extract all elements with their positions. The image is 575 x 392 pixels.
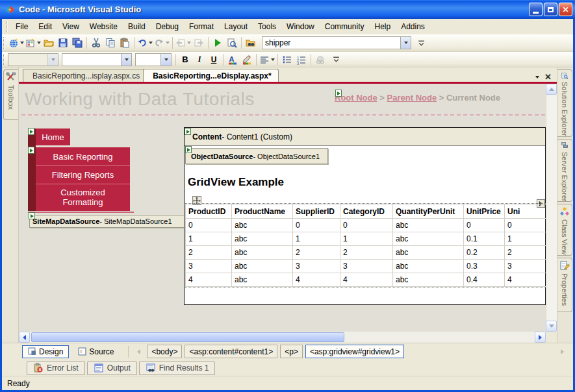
status-text: Ready bbox=[7, 379, 30, 388]
copy-button[interactable] bbox=[103, 36, 118, 50]
design-view-button[interactable]: Design bbox=[22, 345, 69, 358]
error-list-tab[interactable]: Error List bbox=[27, 361, 85, 375]
toolbar-grip[interactable] bbox=[3, 37, 5, 49]
toolbar-grip[interactable] bbox=[3, 54, 5, 64]
menu-website[interactable]: Website bbox=[84, 20, 123, 33]
scrollbar-thumb[interactable] bbox=[31, 332, 344, 342]
paste-button[interactable] bbox=[118, 36, 132, 50]
menu-format[interactable]: Format bbox=[184, 20, 219, 33]
save-button[interactable] bbox=[56, 36, 70, 50]
gridview-control[interactable]: ProductIDProductNameSupplierIDCategoryID… bbox=[185, 203, 546, 288]
numbered-list-button[interactable]: 123 bbox=[294, 53, 309, 67]
toolbox-tab[interactable]: Toolbox bbox=[3, 69, 18, 120]
tag-asp-gridview[interactable]: <asp:gridview#gridview1> bbox=[305, 345, 404, 358]
sitemapdatasource-smart-glyph[interactable] bbox=[29, 212, 35, 219]
close-document-icon[interactable]: ✕ bbox=[544, 72, 552, 82]
tab-basicreporting-aspx[interactable]: BasicReporting...eDisplay.aspx* bbox=[143, 69, 279, 82]
vertical-scrollbar[interactable] bbox=[546, 84, 557, 332]
nav-item-filtering-reports[interactable]: Filtering Reports bbox=[36, 165, 130, 184]
combo-dropdown-button[interactable] bbox=[121, 54, 131, 66]
toolbar-overflow-button[interactable] bbox=[414, 36, 428, 50]
menu-smart-glyph[interactable] bbox=[28, 128, 34, 135]
menu-build[interactable]: Build bbox=[123, 20, 151, 33]
menu-smart-glyph[interactable] bbox=[28, 147, 34, 154]
hyperlink-button[interactable] bbox=[313, 53, 327, 67]
close-button[interactable]: ✕ bbox=[559, 3, 572, 16]
tag-asp-content[interactable]: <asp:content#content1> bbox=[185, 345, 277, 358]
breadcrumb-parent-link[interactable]: Parent Node bbox=[387, 93, 437, 103]
target-rule-combo[interactable] bbox=[8, 53, 58, 66]
objectdatasource-smart-glyph[interactable] bbox=[185, 146, 192, 153]
find-results-tab[interactable]: Find Results 1 bbox=[139, 361, 216, 375]
highlight-button[interactable] bbox=[240, 53, 254, 67]
output-tab[interactable]: Output bbox=[87, 361, 137, 375]
scroll-right-button[interactable] bbox=[535, 332, 546, 343]
tab-list-dropdown-icon[interactable] bbox=[535, 76, 539, 79]
menu-layout[interactable]: Layout bbox=[219, 20, 253, 33]
font-size-combo[interactable] bbox=[135, 53, 172, 66]
bold-button[interactable]: B bbox=[178, 53, 192, 67]
content-smart-glyph[interactable] bbox=[185, 128, 191, 135]
find-combo-value[interactable]: shipper bbox=[262, 38, 400, 47]
menu-community[interactable]: Community bbox=[320, 20, 370, 33]
cut-button[interactable] bbox=[89, 36, 103, 50]
navigate-back-button[interactable] bbox=[175, 36, 192, 50]
menu-view[interactable]: View bbox=[57, 20, 84, 33]
combo-dropdown-button[interactable] bbox=[47, 54, 58, 66]
menu-help[interactable]: Help bbox=[369, 20, 396, 33]
new-website-button[interactable] bbox=[8, 36, 25, 50]
font-color-button[interactable]: A bbox=[225, 53, 240, 67]
find-button[interactable] bbox=[225, 36, 239, 50]
horizontal-scrollbar[interactable] bbox=[19, 332, 546, 343]
combo-dropdown-button[interactable] bbox=[160, 54, 171, 66]
tag-body[interactable]: <body> bbox=[147, 345, 182, 358]
minimize-button[interactable] bbox=[529, 3, 543, 16]
class-view-tab[interactable]: Class View bbox=[557, 204, 572, 256]
font-name-combo[interactable] bbox=[62, 53, 132, 66]
solution-explorer-tab[interactable]: Solution Explorer bbox=[557, 69, 572, 137]
start-debugging-button[interactable] bbox=[211, 36, 225, 50]
nav-item-basic-reporting[interactable]: Basic Reporting bbox=[36, 147, 130, 165]
nav-item-home[interactable]: Home bbox=[36, 129, 70, 145]
design-surface[interactable]: Working with Data Tutorials Root Node > … bbox=[19, 84, 546, 332]
scroll-up-button[interactable] bbox=[546, 84, 557, 95]
source-view-button[interactable]: ⌗ Source bbox=[72, 345, 120, 358]
tag-path-scroll-right[interactable] bbox=[557, 345, 567, 358]
scroll-down-button[interactable] bbox=[546, 321, 557, 332]
sitemappath-smart-glyph[interactable] bbox=[335, 90, 342, 97]
properties-tab[interactable]: Properties bbox=[557, 258, 572, 312]
menu-addins[interactable]: Addins bbox=[396, 20, 430, 33]
combo-dropdown-button[interactable] bbox=[400, 37, 411, 49]
content-placeholder-panel[interactable]: Content - Content1 (Custom) ObjectDataSo… bbox=[184, 127, 546, 305]
tag-path-scroll-left[interactable] bbox=[134, 345, 143, 358]
menu-window[interactable]: Window bbox=[281, 20, 320, 33]
scroll-left-button[interactable] bbox=[19, 332, 30, 343]
add-new-item-button[interactable] bbox=[25, 36, 42, 50]
menubar-grip[interactable] bbox=[6, 21, 8, 32]
open-file-button[interactable] bbox=[42, 36, 56, 50]
find-combo[interactable]: shipper bbox=[262, 36, 411, 49]
sitemapdatasource-control[interactable]: SiteMapDataSource - SiteMapDataSource1 bbox=[29, 215, 186, 228]
title-bar[interactable]: Code - Microsoft Visual Studio ✕ bbox=[0, 0, 575, 19]
bullet-list-button[interactable] bbox=[280, 53, 294, 67]
italic-button[interactable]: I bbox=[192, 53, 207, 67]
server-explorer-tab[interactable]: Server Explorer bbox=[557, 139, 572, 202]
menu-debug[interactable]: Debug bbox=[151, 20, 184, 33]
menu-file[interactable]: File bbox=[10, 20, 33, 33]
save-all-button[interactable] bbox=[70, 36, 84, 50]
underline-button[interactable]: U bbox=[207, 53, 221, 67]
align-button[interactable] bbox=[259, 53, 275, 67]
objectdatasource-control[interactable]: ObjectDataSource - ObjectDataSource1 bbox=[185, 148, 328, 164]
menu-tools[interactable]: Tools bbox=[253, 20, 281, 33]
undo-button[interactable] bbox=[136, 36, 153, 50]
content-panel-header[interactable]: Content - Content1 (Custom) bbox=[185, 128, 545, 146]
navigate-forward-button[interactable] bbox=[192, 36, 206, 50]
nav-item-customized-formatting[interactable]: Customized Formatting bbox=[36, 184, 130, 210]
redo-button[interactable] bbox=[153, 36, 170, 50]
tag-p[interactable]: <p> bbox=[280, 345, 303, 358]
toolbar-overflow-button[interactable] bbox=[329, 53, 343, 67]
tab-basicreporting-cs[interactable]: BasicReporting...isplay.aspx.cs bbox=[23, 69, 147, 82]
menu-edit[interactable]: Edit bbox=[33, 20, 57, 33]
find-in-files-button[interactable] bbox=[244, 36, 258, 50]
maximize-button[interactable] bbox=[544, 3, 557, 16]
